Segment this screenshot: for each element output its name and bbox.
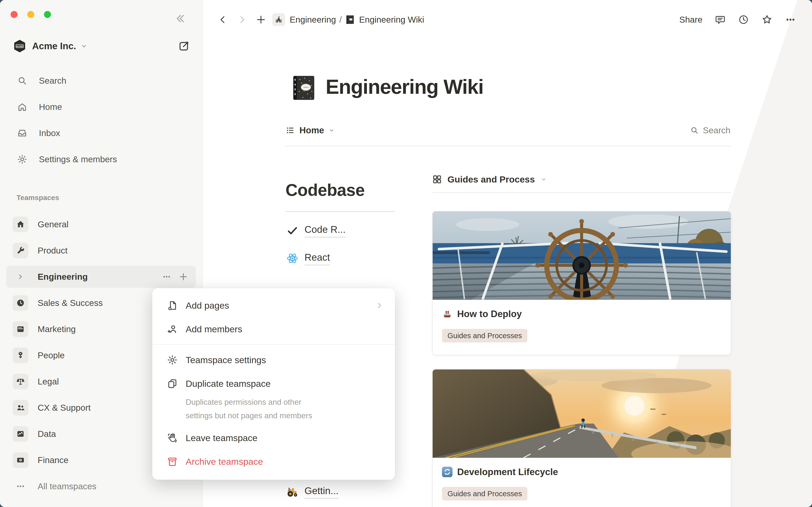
- menu-item-add-pages[interactable]: Add pages: [152, 294, 395, 317]
- teamspace-label: CX & Support: [38, 403, 91, 413]
- menu-item-label: Archive teamspace: [186, 456, 263, 467]
- sidebar-item-engineering[interactable]: Engineering: [6, 266, 196, 288]
- chevron-down-icon: [540, 176, 547, 183]
- menu-item-add-members[interactable]: Add members: [152, 317, 395, 341]
- sidebar-item-search[interactable]: Search: [0, 68, 202, 94]
- link-code-review[interactable]: Code R...: [286, 217, 396, 244]
- new-page-icon[interactable]: [255, 14, 266, 25]
- tab-home[interactable]: Home: [286, 125, 335, 135]
- new-page-compose-icon[interactable]: [178, 40, 190, 52]
- gallery-heading: Guides and Process: [448, 174, 535, 185]
- forward-icon[interactable]: [237, 14, 247, 25]
- card-tag: Guides and Processes: [442, 329, 527, 342]
- codebase-divider: [286, 211, 395, 212]
- banknote-icon: [13, 452, 28, 468]
- ellipsis-icon: [13, 482, 28, 491]
- header-divider: [286, 146, 731, 147]
- react-logo-icon: [286, 252, 299, 265]
- ship-wheel-photo: [433, 212, 731, 300]
- home-icon: [16, 102, 28, 112]
- search-icon: [690, 126, 699, 135]
- teamspace-building-icon[interactable]: [272, 13, 285, 26]
- sidebar-item-inbox[interactable]: Inbox: [0, 120, 202, 146]
- menu-item-label: Duplicate teamspace: [186, 379, 271, 389]
- history-clock-icon[interactable]: [738, 14, 749, 25]
- cycle-arrows-icon: [442, 467, 453, 477]
- flower-icon: [13, 347, 28, 363]
- svg-text:ACME: ACME: [16, 45, 23, 48]
- close-window-button[interactable]: [11, 11, 17, 18]
- teamspace-label: Legal: [38, 377, 59, 387]
- page-title: Engineering Wiki: [326, 75, 484, 99]
- house-icon: [13, 217, 28, 232]
- person-plus-icon: [166, 324, 179, 335]
- teamspace-label: Sales & Success: [38, 298, 103, 308]
- link-label: Gettin...: [305, 485, 339, 499]
- back-icon[interactable]: [218, 14, 228, 25]
- teamspace-label: Marketing: [38, 324, 76, 334]
- link-label: Code R...: [305, 224, 346, 237]
- teamspace-more-icon[interactable]: [162, 272, 171, 281]
- gear-icon: [16, 154, 28, 165]
- page-search-label: Search: [703, 125, 730, 135]
- card-how-to-deploy[interactable]: How to Deploy Guides and Processes: [432, 211, 731, 355]
- gallery-view-header[interactable]: Guides and Process: [432, 172, 731, 187]
- sidebar-item-product[interactable]: Product: [0, 237, 202, 264]
- menu-item-label: Add pages: [186, 300, 229, 311]
- submenu-chevron-right-icon: [375, 301, 384, 310]
- comments-icon[interactable]: [715, 14, 726, 25]
- sunset-road-photo: [433, 370, 731, 458]
- menu-item-teamspace-settings[interactable]: Teamspace settings: [152, 348, 395, 372]
- card-development-lifecycle[interactable]: Development Lifecycle Guides and Process…: [432, 369, 731, 507]
- teamspace-add-page-icon[interactable]: [179, 272, 188, 282]
- menu-item-leave-teamspace[interactable]: Leave teamspace: [152, 426, 395, 450]
- zoom-window-button[interactable]: [44, 11, 51, 18]
- minimize-window-button[interactable]: [27, 11, 34, 18]
- sidebar-nav: Search Home Inbox Settings & members: [0, 68, 202, 172]
- teamspace-label: Engineering: [38, 272, 88, 282]
- gallery-divider: [432, 192, 731, 193]
- breadcrumb-page-label: Engineering Wiki: [359, 15, 424, 25]
- breadcrumb-page[interactable]: Engineering Wiki: [345, 14, 424, 25]
- link-getting-started[interactable]: Gettin...: [286, 478, 339, 506]
- archive-box-icon: [166, 456, 179, 467]
- menu-item-label: Leave teamspace: [186, 433, 257, 443]
- sidebar-item-label: Home: [39, 102, 62, 112]
- sidebar-item-home[interactable]: Home: [0, 94, 202, 120]
- workspace-switcher[interactable]: ACME Acme Inc.: [13, 36, 190, 57]
- window-controls: [11, 11, 51, 18]
- page-search-button[interactable]: Search: [690, 125, 730, 135]
- workspace-logo: ACME: [13, 39, 26, 53]
- menu-item-duplicate-teamspace[interactable]: Duplicate teamspace: [152, 372, 395, 395]
- favorite-star-icon[interactable]: [761, 14, 773, 25]
- sidebar-item-label: Settings & members: [39, 155, 117, 164]
- menu-item-description: Duplicates permissions and other setting…: [152, 395, 334, 426]
- scales-icon: [13, 374, 28, 389]
- gear-icon: [166, 354, 179, 365]
- link-react[interactable]: React: [286, 244, 396, 272]
- search-icon: [16, 75, 28, 86]
- menu-divider: [152, 344, 395, 345]
- sidebar-item-general[interactable]: General: [0, 211, 202, 237]
- more-options-icon[interactable]: [785, 14, 796, 25]
- gallery-grid-icon: [432, 174, 442, 184]
- teamspace-label: Product: [38, 246, 67, 256]
- chevron-right-icon[interactable]: [13, 273, 28, 281]
- card-tag: Guides and Processes: [442, 487, 527, 500]
- notion-window: ACME Acme Inc. Search Home: [0, 0, 812, 507]
- list-view-icon: [286, 125, 295, 135]
- teamspace-label: All teamspaces: [38, 482, 96, 491]
- menu-item-label: Add members: [186, 324, 242, 334]
- people-icon: [13, 400, 28, 415]
- sidebar-item-settings[interactable]: Settings & members: [0, 146, 202, 172]
- codebase-heading: Codebase: [286, 180, 396, 200]
- share-button[interactable]: Share: [679, 15, 703, 25]
- teamspace-label: People: [38, 350, 65, 360]
- collapse-sidebar-icon[interactable]: [174, 13, 185, 24]
- tab-home-label: Home: [299, 125, 324, 135]
- menu-item-archive-teamspace[interactable]: Archive teamspace: [152, 450, 395, 473]
- page-notebook-icon[interactable]: [290, 73, 318, 103]
- teamspace-label: Finance: [38, 455, 68, 465]
- breadcrumb-teamspace[interactable]: Engineering: [290, 15, 336, 25]
- teamspace-label: General: [38, 220, 68, 229]
